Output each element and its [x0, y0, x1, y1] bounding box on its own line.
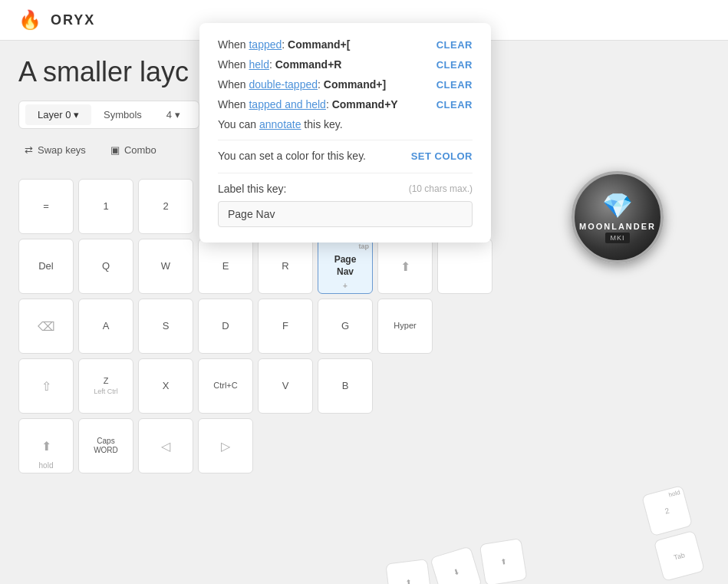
key-label-input[interactable] — [218, 201, 473, 227]
rotated-key-3[interactable]: ⬆ — [479, 538, 528, 584]
key-x[interactable]: X — [138, 358, 193, 414]
key-arrow-left[interactable]: ◁ — [138, 418, 193, 473]
tab-symbols[interactable]: Symbols — [91, 104, 154, 125]
key-q[interactable]: Q — [78, 239, 133, 294]
annotate-link[interactable]: annotate — [259, 118, 301, 130]
popup-overlay: When tapped: Command+[ CLEAR When held: … — [199, 23, 491, 243]
key-equals[interactable]: = — [18, 179, 74, 234]
tab-layer0[interactable]: Layer 0 ▾ — [25, 104, 91, 125]
key-config-popup: When tapped: Command+[ CLEAR When held: … — [199, 23, 491, 243]
key-backspace[interactable]: ⌫ — [18, 299, 74, 354]
key-row-4: ⇧ ZLeft Ctrl X Ctrl+C V B — [18, 358, 710, 414]
tapped-held-link[interactable]: tapped and held — [249, 98, 325, 111]
rotated-key-2[interactable]: ⬇ — [430, 546, 483, 584]
popup-color-row: You can set a color for this key. SET CO… — [218, 150, 473, 162]
key-ctrlc[interactable]: Ctrl+C — [198, 358, 253, 414]
combo-btn[interactable]: ▣ Combo — [104, 141, 163, 159]
popup-divider-1 — [218, 140, 473, 140]
badge-title: MOONLANDER — [579, 222, 656, 231]
key-e[interactable]: E — [198, 239, 253, 294]
far-right-key-tab[interactable]: Tab — [654, 530, 705, 582]
logo-text: ORYX — [51, 12, 95, 28]
tabs-bar: Layer 0 ▾ Symbols 4 ▾ — [18, 101, 199, 129]
badge-gem-icon: 💎 — [602, 191, 633, 220]
key-w[interactable]: W — [138, 239, 193, 294]
far-right-keys: hold 2 Tab — [641, 485, 705, 582]
key-del[interactable]: Del — [18, 239, 74, 294]
oryx-logo-icon: 🔥 — [18, 9, 41, 31]
double-tapped-link[interactable]: double-tapped — [249, 78, 318, 91]
rotated-key-1[interactable]: ⬆ — [385, 559, 432, 584]
tab-4[interactable]: 4 ▾ — [154, 104, 193, 125]
logo-container: 🔥 ORYX — [18, 9, 95, 31]
key-b[interactable]: B — [318, 358, 373, 414]
moonlander-badge: 💎 MOONLANDER MKI — [572, 171, 664, 263]
far-right-key-1[interactable]: hold 2 — [641, 485, 693, 536]
clear-tapped-held-btn[interactable]: CLEAR — [436, 99, 473, 111]
key-share[interactable]: ⬆ — [377, 239, 433, 294]
key-arrow-right[interactable]: ▷ — [198, 418, 253, 473]
key-row-3: ⌫ A S D F G Hyper — [18, 299, 710, 354]
swap-keys-btn[interactable]: ⇄ Swap keys — [18, 141, 92, 159]
key-2[interactable]: 2 — [138, 179, 193, 234]
clear-double-tapped-btn[interactable]: CLEAR — [436, 79, 473, 91]
popup-annotate-row: You can annotate this key. — [218, 118, 473, 130]
key-1[interactable]: 1 — [78, 179, 133, 234]
clear-tapped-btn[interactable]: CLEAR — [436, 39, 473, 51]
combo-icon: ▣ — [110, 144, 120, 156]
key-hold-bottom[interactable]: ⬆ hold — [18, 418, 74, 473]
bottom-rotated-keys: ⬆ ⬇ ⬆ — [384, 537, 528, 584]
key-g[interactable]: G — [318, 299, 373, 354]
key-f[interactable]: F — [258, 299, 313, 354]
clear-held-btn[interactable]: CLEAR — [436, 59, 473, 71]
key-shift[interactable]: ⇧ — [18, 358, 74, 414]
key-a[interactable]: A — [78, 299, 133, 354]
key-z[interactable]: ZLeft Ctrl — [78, 358, 133, 414]
swap-icon: ⇄ — [25, 144, 33, 156]
key-r[interactable]: R — [258, 239, 313, 294]
tapped-link[interactable]: tapped — [249, 38, 282, 51]
key-s[interactable]: S — [138, 299, 193, 354]
popup-row-tapped-held: When tapped and held: Command+Y CLEAR — [218, 98, 473, 111]
badge-subtitle: MKI — [605, 233, 629, 243]
popup-row-tapped: When tapped: Command+[ CLEAR — [218, 38, 473, 51]
popup-row-double-tapped: When double-tapped: Command+] CLEAR — [218, 78, 473, 91]
key-d[interactable]: D — [198, 299, 253, 354]
key-r2[interactable] — [437, 239, 492, 294]
popup-divider-2 — [218, 173, 473, 173]
held-link[interactable]: held — [249, 58, 268, 71]
key-caps-word[interactable]: CapsWORD — [78, 418, 133, 473]
key-hyper[interactable]: Hyper — [377, 299, 433, 354]
popup-label-row: Label this key: (10 chars max.) — [218, 183, 473, 195]
key-row-5: ⬆ hold CapsWORD ◁ ▷ — [18, 418, 710, 473]
key-page-nav[interactable]: tap PageNav + — [318, 239, 373, 294]
popup-row-held: When held: Command+R CLEAR — [218, 58, 473, 71]
set-color-btn[interactable]: SET COLOR — [411, 150, 473, 162]
badge-circle: 💎 MOONLANDER MKI — [572, 171, 664, 263]
key-v[interactable]: V — [258, 358, 313, 414]
